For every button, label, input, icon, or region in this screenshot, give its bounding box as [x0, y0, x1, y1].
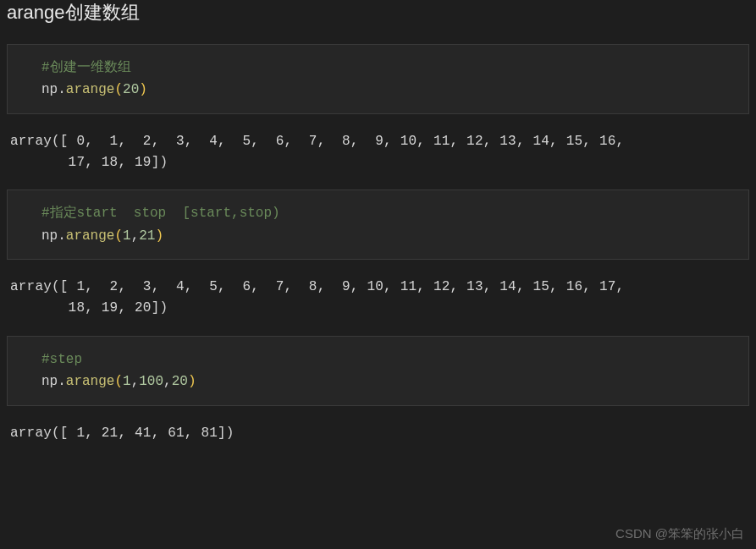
code-comment: #step — [41, 352, 82, 367]
code-cell-2: #指定start stop [start,stop) np.arange(1,2… — [7, 189, 749, 260]
code-function: arange — [66, 82, 115, 97]
code-paren-close: ) — [139, 82, 147, 97]
code-arg: 20 — [172, 374, 188, 389]
code-arg: 1 — [123, 228, 131, 244]
section-heading: arange创建数组 — [0, 0, 756, 36]
code-arg: 100 — [139, 374, 163, 389]
code-dot: . — [58, 374, 66, 389]
code-comment: #创建一维数组 — [41, 60, 131, 75]
code-dot: . — [58, 228, 66, 244]
output-cell-2: array([ 1, 2, 3, 4, 5, 6, 7, 8, 9, 10, 1… — [0, 268, 756, 327]
code-comma: , — [163, 374, 172, 389]
code-dot: . — [58, 82, 66, 97]
watermark-text: CSDN @笨笨的张小白 — [615, 526, 744, 542]
code-arg: 21 — [139, 228, 155, 244]
code-paren-open: ( — [114, 82, 123, 97]
code-namespace: np — [41, 228, 58, 244]
code-comma: , — [131, 374, 140, 389]
code-paren-close: ) — [155, 228, 163, 244]
code-paren-close: ) — [188, 374, 196, 389]
code-namespace: np — [41, 82, 58, 97]
code-paren-open: ( — [114, 374, 123, 389]
code-arg: 1 — [123, 374, 131, 389]
code-function: arange — [66, 228, 115, 244]
code-comment: #指定start stop [start,stop) — [41, 206, 280, 221]
code-cell-3: #step np.arange(1,100,20) — [7, 336, 749, 406]
code-function: arange — [66, 374, 115, 389]
code-namespace: np — [41, 374, 58, 389]
code-comma: , — [131, 228, 140, 244]
code-arg: 20 — [123, 82, 139, 97]
code-cell-1: #创建一维数组 np.arange(20) — [7, 44, 749, 114]
code-paren-open: ( — [114, 228, 123, 244]
output-cell-1: array([ 0, 1, 2, 3, 4, 5, 6, 7, 8, 9, 10… — [0, 123, 756, 182]
output-cell-3: array([ 1, 21, 41, 61, 81]) — [0, 414, 756, 453]
